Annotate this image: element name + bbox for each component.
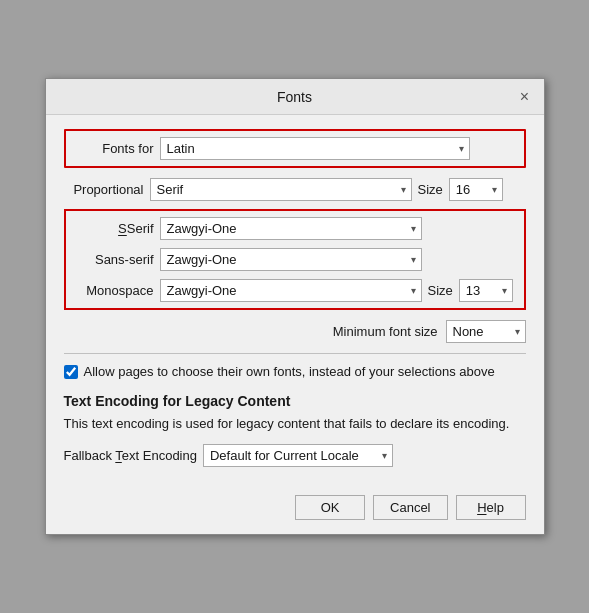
monospace-size-wrapper: 910111213141516 ▾ <box>459 279 513 302</box>
sans-serif-label: Sans-serif <box>74 252 154 267</box>
close-button[interactable]: × <box>514 86 536 108</box>
allow-pages-checkbox[interactable] <box>64 365 78 379</box>
fonts-dialog: Fonts × Fonts for Latin Unicode Western … <box>45 78 545 534</box>
min-font-label: Minimum font size <box>333 324 438 339</box>
fonts-for-wrapper: Latin Unicode Western ▾ <box>160 137 470 160</box>
button-row: OK Cancel Help <box>64 485 526 520</box>
allow-pages-label[interactable]: Allow pages to choose their own fonts, i… <box>84 364 495 379</box>
dialog-body: Fonts for Latin Unicode Western ▾ Propor… <box>46 115 544 533</box>
fonts-for-section: Fonts for Latin Unicode Western ▾ <box>64 129 526 168</box>
monospace-size-label: Size <box>428 283 453 298</box>
sans-serif-wrapper: Zawgyi-One Arial Helvetica ▾ <box>160 248 422 271</box>
monospace-select[interactable]: Zawgyi-One Courier New Consolas <box>160 279 422 302</box>
fallback-label-rest: ext Encoding <box>122 448 197 463</box>
monospace-size-select[interactable]: 910111213141516 <box>459 279 513 302</box>
sans-serif-select[interactable]: Zawgyi-One Arial Helvetica <box>160 248 422 271</box>
dialog-title: Fonts <box>277 89 312 105</box>
proportional-row: Proportional Serif Sans-serif ▾ Size 910… <box>64 178 526 201</box>
proportional-size-wrapper: 9101112131415161718202224 ▾ <box>449 178 503 201</box>
fonts-for-row: Fonts for Latin Unicode Western ▾ <box>74 137 516 160</box>
title-bar: Fonts × <box>46 79 544 115</box>
serif-wrapper: Zawgyi-One Times New Roman Georgia ▾ <box>160 217 422 240</box>
monospace-wrapper: Zawgyi-One Courier New Consolas ▾ <box>160 279 422 302</box>
fallback-encoding-wrapper: Default for Current Locale Unicode (UTF-… <box>203 444 393 467</box>
fallback-encoding-label: Fallback Text Encoding <box>64 448 197 463</box>
proportional-label: Proportional <box>64 182 144 197</box>
font-types-section: SSerif Zawgyi-One Times New Roman Georgi… <box>64 209 526 310</box>
serif-select[interactable]: Zawgyi-One Times New Roman Georgia <box>160 217 422 240</box>
help-underline: H <box>477 500 486 515</box>
monospace-label: Monospace <box>74 283 154 298</box>
text-encoding-section: Text Encoding for Legacy Content This te… <box>64 393 526 466</box>
help-rest: elp <box>487 500 504 515</box>
fallback-encoding-select[interactable]: Default for Current Locale Unicode (UTF-… <box>203 444 393 467</box>
min-font-row: Minimum font size None910111213141618202… <box>64 320 526 343</box>
fallback-encoding-row: Fallback Text Encoding Default for Curre… <box>64 444 526 467</box>
cancel-button[interactable]: Cancel <box>373 495 447 520</box>
serif-row: SSerif Zawgyi-One Times New Roman Georgi… <box>74 217 516 240</box>
ok-button[interactable]: OK <box>295 495 365 520</box>
allow-pages-row: Allow pages to choose their own fonts, i… <box>64 364 526 379</box>
help-button[interactable]: Help <box>456 495 526 520</box>
serif-label-underline: S <box>118 221 127 236</box>
sans-serif-row: Sans-serif Zawgyi-One Arial Helvetica ▾ <box>74 248 516 271</box>
proportional-size-select[interactable]: 9101112131415161718202224 <box>449 178 503 201</box>
fonts-for-label: Fonts for <box>74 141 154 156</box>
min-font-select[interactable]: None9101112131416182024 <box>446 320 526 343</box>
monospace-row: Monospace Zawgyi-One Courier New Consola… <box>74 279 516 302</box>
text-encoding-title: Text Encoding for Legacy Content <box>64 393 526 409</box>
fallback-label-text: Fallback <box>64 448 116 463</box>
proportional-size-label: Size <box>418 182 443 197</box>
fonts-for-select[interactable]: Latin Unicode Western <box>160 137 470 160</box>
min-font-wrapper: None9101112131416182024 ▾ <box>446 320 526 343</box>
serif-label: SSerif <box>74 221 154 236</box>
text-encoding-description: This text encoding is used for legacy co… <box>64 415 526 433</box>
proportional-select[interactable]: Serif Sans-serif <box>150 178 412 201</box>
divider <box>64 353 526 354</box>
proportional-wrapper: Serif Sans-serif ▾ <box>150 178 412 201</box>
